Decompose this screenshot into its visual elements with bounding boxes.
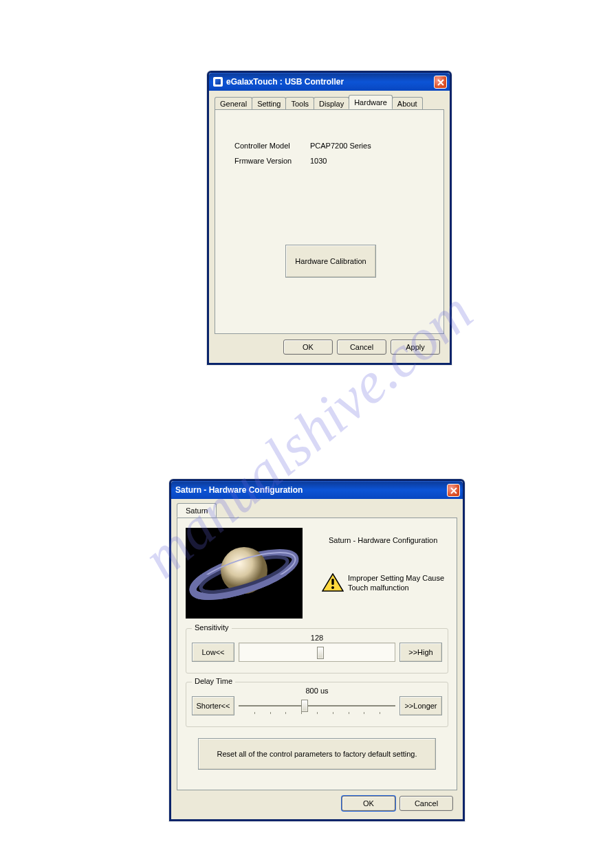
warning-text: Improper Setting May Cause Touch malfunc…: [348, 573, 459, 593]
controller-model-row: Controller Model PCAP7200 Series: [215, 142, 443, 150]
slider-thumb[interactable]: [301, 700, 308, 712]
cancel-button[interactable]: Cancel: [337, 340, 386, 355]
delay-shorter-button[interactable]: Shorter<<: [192, 696, 234, 715]
svg-rect-8: [331, 579, 333, 585]
saturn-window: Saturn - Hardware Configuration Saturn: [169, 479, 465, 821]
firmware-version-value: 1030: [310, 157, 327, 165]
button-label: Cancel: [350, 343, 373, 351]
close-button[interactable]: [447, 484, 460, 497]
tab-label: About: [397, 100, 417, 108]
firmware-version-label: Frmware Version: [234, 157, 310, 165]
saturn-planet-icon: [186, 528, 303, 619]
button-label: >>Longer: [404, 702, 437, 710]
warning-icon: [322, 573, 344, 592]
tab-label: Hardware: [354, 98, 387, 107]
warning-row: Improper Setting May Cause Touch malfunc…: [322, 573, 459, 593]
tab-label: General: [220, 100, 247, 108]
delay-group: Delay Time Shorter<< 800 us >>Longer: [186, 682, 448, 727]
tab-general[interactable]: General: [215, 97, 252, 110]
cancel-button[interactable]: Cancel: [399, 796, 453, 811]
saturn-tabpanel: Saturn - Hardware Configuration Improper…: [177, 518, 457, 790]
button-label: Cancel: [415, 799, 438, 808]
button-label: Low<<: [201, 648, 224, 656]
client-area: Saturn: [175, 503, 459, 815]
svg-point-9: [331, 586, 334, 589]
tab-label: Saturn: [186, 507, 208, 515]
tab-label: Setting: [257, 100, 281, 108]
button-label: Reset all of the control parameters to f…: [217, 750, 417, 758]
ok-button[interactable]: OK: [283, 340, 333, 355]
ok-button[interactable]: OK: [342, 796, 395, 811]
button-label: >>High: [408, 648, 432, 656]
tabstrip: Saturn: [175, 503, 459, 518]
apply-button[interactable]: Apply: [391, 340, 440, 355]
tab-about[interactable]: About: [392, 97, 423, 110]
button-label: Apply: [406, 343, 425, 351]
tabstrip: General Setting Tools Display Hardware A…: [213, 95, 446, 109]
button-label: OK: [363, 799, 374, 808]
controller-model-value: PCAP7200 Series: [310, 142, 371, 150]
sensitivity-high-button[interactable]: >>High: [399, 643, 442, 662]
egalax-window: eGalaxTouch : USB Controller General Set…: [207, 71, 452, 365]
sensitivity-low-button[interactable]: Low<<: [192, 643, 234, 662]
titlebar[interactable]: eGalaxTouch : USB Controller: [209, 73, 450, 91]
reset-factory-button[interactable]: Reset all of the control parameters to f…: [198, 738, 436, 770]
close-button[interactable]: [434, 76, 447, 89]
app-icon: [213, 77, 223, 87]
dialog-buttons: OK Cancel: [342, 796, 453, 811]
tab-hardware[interactable]: Hardware: [349, 95, 393, 109]
sensitivity-slider[interactable]: 128: [239, 643, 395, 662]
dialog-buttons: OK Cancel Apply: [283, 340, 440, 355]
tab-label: Display: [319, 100, 344, 108]
client-area: General Setting Tools Display Hardware A…: [213, 95, 446, 359]
config-heading: Saturn - Hardware Configuration: [329, 536, 437, 544]
controller-model-label: Controller Model: [234, 142, 310, 150]
hardware-calibration-button[interactable]: Hardware Calibration: [285, 245, 376, 278]
firmware-version-row: Frmware Version 1030: [215, 157, 443, 165]
saturn-image: [186, 528, 303, 619]
tab-display[interactable]: Display: [314, 97, 349, 110]
delay-value: 800 us: [239, 687, 395, 695]
slider-thumb[interactable]: [317, 647, 324, 659]
tab-label: Tools: [291, 100, 309, 108]
titlebar[interactable]: Saturn - Hardware Configuration: [171, 481, 463, 499]
delay-slider[interactable]: 800 us: [239, 696, 395, 715]
sensitivity-value: 128: [239, 634, 395, 642]
sensitivity-legend: Sensitivity: [192, 623, 232, 632]
sensitivity-group: Sensitivity Low<< 128 >>High: [186, 628, 448, 674]
hardware-tabpanel: Controller Model PCAP7200 Series Frmware…: [215, 109, 444, 334]
close-icon: [437, 79, 444, 86]
tab-saturn[interactable]: Saturn: [177, 503, 217, 518]
close-icon: [450, 487, 457, 494]
button-label: Shorter<<: [197, 702, 230, 710]
button-label: OK: [303, 343, 314, 351]
window-title: eGalaxTouch : USB Controller: [226, 77, 344, 87]
button-label: Hardware Calibration: [295, 257, 366, 265]
tab-tools[interactable]: Tools: [285, 97, 314, 110]
tab-setting[interactable]: Setting: [252, 97, 286, 110]
window-title: Saturn - Hardware Configuration: [175, 485, 303, 495]
delay-longer-button[interactable]: >>Longer: [399, 696, 442, 715]
delay-legend: Delay Time: [192, 677, 235, 685]
